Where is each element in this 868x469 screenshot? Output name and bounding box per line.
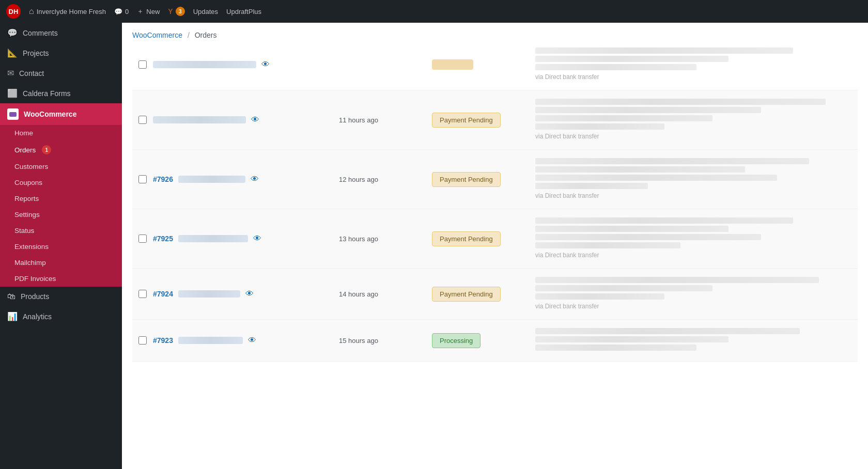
row-checkbox-container <box>132 234 153 243</box>
submenu-settings[interactable]: Settings <box>0 207 122 223</box>
submenu-reports[interactable]: Reports <box>0 191 122 207</box>
sidebar: 💬 Comments 📐 Projects ✉ Contact ⬜ Calder… <box>0 23 122 469</box>
submenu-customers[interactable]: Customers <box>0 159 122 175</box>
order-info: #7926 👁 <box>153 175 339 184</box>
row-checkbox[interactable] <box>138 234 147 243</box>
order-time: 12 hours ago <box>339 176 432 183</box>
status-badge: Payment Pending <box>432 287 501 302</box>
submenu-pdf-invoices[interactable]: PDF Invoices <box>0 271 122 287</box>
admin-bar: DH ⌂ Inverclyde Home Fresh 💬 0 ＋ New Y 3… <box>0 0 868 23</box>
products-icon: 🛍 <box>7 292 16 301</box>
status-badge: Payment Pending <box>432 231 501 246</box>
comments-icon: 💬 <box>7 28 18 38</box>
order-number-link[interactable]: #7926 <box>153 175 173 183</box>
row-checkbox-container <box>132 175 153 183</box>
row-checkbox-container <box>132 60 153 69</box>
view-order-icon[interactable]: 👁 <box>245 289 254 299</box>
breadcrumb-woocommerce[interactable]: WooCommerce <box>132 31 182 39</box>
order-status: Processing <box>432 333 535 348</box>
submenu-home[interactable]: Home <box>0 125 122 141</box>
row-checkbox-container <box>132 336 153 345</box>
site-name-link[interactable]: ⌂ Inverclyde Home Fresh <box>29 7 106 16</box>
order-details: via Direct bank transfer <box>535 99 858 141</box>
table-row: 👁 11 hours ago Payment Pending via Direc… <box>132 90 858 150</box>
order-number-link[interactable]: #7925 <box>153 234 173 243</box>
order-customer-blurred <box>178 290 240 298</box>
order-customer-blurred <box>153 116 246 123</box>
row-checkbox-container <box>132 290 153 298</box>
order-details: via Direct bank transfer <box>535 217 858 260</box>
order-details: via Direct bank transfer <box>535 158 858 200</box>
order-customer-blurred <box>153 61 256 68</box>
table-row: #7925 👁 13 hours ago Payment Pending via… <box>132 209 858 269</box>
submenu-mailchimp[interactable]: Mailchimp <box>0 255 122 271</box>
order-time: 14 hours ago <box>339 290 432 298</box>
order-status: Payment Pending <box>432 172 535 187</box>
view-order-icon[interactable]: 👁 <box>261 60 270 69</box>
row-checkbox[interactable] <box>138 116 147 124</box>
breadcrumb-separator: / <box>188 31 190 39</box>
view-order-icon[interactable]: 👁 <box>251 175 259 184</box>
order-number-link[interactable]: #7924 <box>153 290 173 298</box>
main-content: WooCommerce / Orders 👁 <box>122 23 868 469</box>
order-time: 11 hours ago <box>339 116 432 124</box>
table-row: 👁 via Direct bank transfer <box>132 43 858 90</box>
sidebar-woocommerce[interactable]: WooCommerce <box>0 103 122 125</box>
order-info: 👁 <box>153 60 339 69</box>
main-layout: 💬 Comments 📐 Projects ✉ Contact ⬜ Calder… <box>0 23 868 469</box>
row-checkbox[interactable] <box>138 175 147 183</box>
order-info: #7923 👁 <box>153 336 339 345</box>
sidebar-item-contact[interactable]: ✉ Contact <box>0 63 122 83</box>
updraftplus-link[interactable]: UpdraftPlus <box>226 8 261 15</box>
view-order-icon[interactable]: 👁 <box>251 115 259 124</box>
yoast-badge: 3 <box>176 7 185 16</box>
order-customer-blurred <box>178 337 243 344</box>
status-badge: Payment Pending <box>432 113 501 128</box>
table-row: #7923 👁 15 hours ago Processing <box>132 320 858 362</box>
order-status: Payment Pending <box>432 113 535 128</box>
submenu-extensions[interactable]: Extensions <box>0 239 122 255</box>
order-details: via Direct bank transfer <box>535 48 858 82</box>
table-row: #7926 👁 12 hours ago Payment Pending via… <box>132 150 858 209</box>
yoast-icon: Y <box>168 7 173 15</box>
orders-table: 👁 via Direct bank transfer <box>122 43 868 469</box>
contact-icon: ✉ <box>7 68 14 78</box>
view-order-icon[interactable]: 👁 <box>253 234 261 243</box>
new-button[interactable]: ＋ New <box>137 7 160 16</box>
updates-link[interactable]: Updates <box>193 8 218 15</box>
order-status: Payment Pending <box>432 287 535 302</box>
sidebar-item-products[interactable]: 🛍 Products <box>0 287 122 306</box>
sidebar-item-comments[interactable]: 💬 Comments <box>0 23 122 43</box>
analytics-icon: 📊 <box>7 311 18 321</box>
site-logo: DH <box>6 4 21 19</box>
plus-icon: ＋ <box>137 7 144 16</box>
comment-icon: 💬 <box>114 8 122 15</box>
yoast-link[interactable]: Y 3 <box>168 7 184 16</box>
sidebar-item-caldera-forms[interactable]: ⬜ Caldera Forms <box>0 83 122 103</box>
row-checkbox[interactable] <box>138 60 147 69</box>
order-info: #7925 👁 <box>153 234 339 243</box>
order-details <box>535 328 858 353</box>
order-customer-blurred <box>178 235 248 242</box>
caldera-icon: ⬜ <box>7 88 18 98</box>
order-number-link[interactable]: #7923 <box>153 336 173 345</box>
comments-link[interactable]: 💬 0 <box>114 8 129 15</box>
status-badge: Payment Pending <box>432 172 501 187</box>
row-checkbox[interactable] <box>138 336 147 345</box>
view-order-icon[interactable]: 👁 <box>248 336 256 345</box>
submenu-status[interactable]: Status <box>0 223 122 239</box>
breadcrumb: WooCommerce / Orders <box>122 23 868 43</box>
order-status: Payment Pending <box>432 231 535 246</box>
row-checkbox-container <box>132 116 153 124</box>
sidebar-item-projects[interactable]: 📐 Projects <box>0 43 122 63</box>
order-info: #7924 👁 <box>153 289 339 299</box>
sidebar-item-analytics[interactable]: 📊 Analytics <box>0 306 122 326</box>
submenu-orders[interactable]: Orders 1 <box>0 141 122 159</box>
order-time: 15 hours ago <box>339 337 432 345</box>
projects-icon: 📐 <box>7 48 18 58</box>
order-status <box>432 59 535 70</box>
submenu-coupons[interactable]: Coupons <box>0 175 122 191</box>
row-checkbox[interactable] <box>138 290 147 298</box>
order-customer-blurred <box>178 176 245 183</box>
table-row: #7924 👁 14 hours ago Payment Pending via… <box>132 269 858 320</box>
